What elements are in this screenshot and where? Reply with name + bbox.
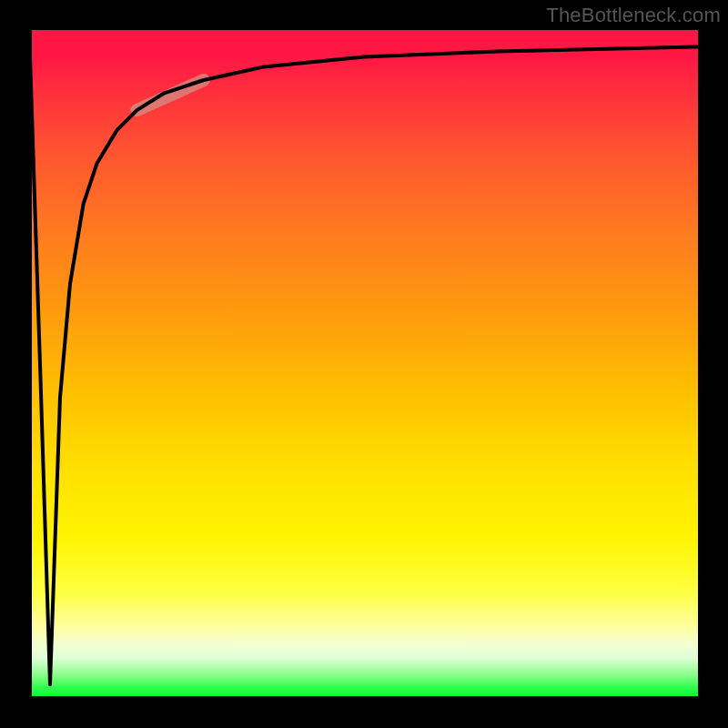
plot-area	[30, 30, 698, 698]
watermark-text: TheBottleneck.com	[546, 4, 721, 27]
chart-stage: TheBottleneck.com	[0, 0, 728, 728]
gradient-background	[30, 30, 698, 698]
